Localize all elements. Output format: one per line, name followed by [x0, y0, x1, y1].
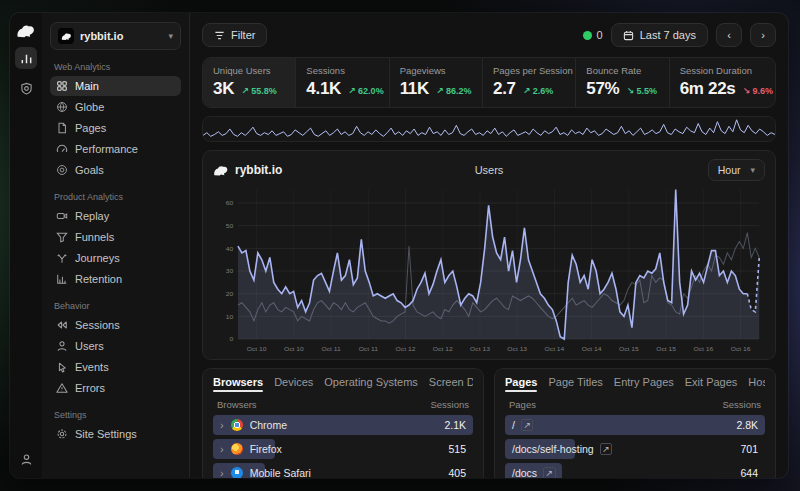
stats-card: Unique Users 3K ↗ 55.8% Sessions 4.1K ↗ … [202, 57, 776, 108]
tab-browsers[interactable]: Browsers [213, 377, 263, 392]
tab-hostnames[interactable]: Hostnames [748, 377, 765, 392]
chevron-right-icon: › [220, 443, 224, 455]
sidebar-item-retention[interactable]: Retention [50, 269, 181, 289]
external-link-icon[interactable]: ↗ [521, 419, 534, 431]
svg-text:30: 30 [226, 268, 234, 275]
rail-analytics-button[interactable] [15, 47, 37, 69]
next-period-button[interactable]: › [750, 23, 776, 47]
table-row-docs-self-hosting[interactable]: /docs/self-hosting ↗ 701 [505, 439, 765, 459]
sidebar-item-sessions[interactable]: Sessions [50, 315, 181, 335]
bar-chart-icon [20, 52, 33, 65]
trend-arrow-icon: ↗ [241, 86, 249, 96]
tab-screen-dimensions[interactable]: Screen Dimensions [429, 377, 473, 392]
retention-chart-icon [56, 273, 68, 285]
svg-text:Oct 14: Oct 14 [545, 345, 565, 352]
external-link-icon[interactable]: ↗ [543, 467, 556, 478]
funnel-icon [56, 231, 68, 243]
stat-label: Bounce Rate [586, 65, 658, 76]
tab-exit-pages[interactable]: Exit Pages [685, 377, 738, 392]
sidebar-item-label: Funnels [75, 231, 114, 243]
users-chart-card: Users rybbit.io Hour ▾ 0102030405060Oct … [202, 150, 776, 360]
stat-sessions[interactable]: Sessions 4.1K ↗ 62.0% [296, 58, 389, 107]
trend-arrow-icon: ↗ [523, 86, 531, 96]
stat-value: 4.1K [306, 79, 341, 99]
sidebar-item-globe[interactable]: Globe [50, 97, 181, 117]
sidebar-item-label: Performance [75, 143, 138, 155]
stat-pageviews[interactable]: Pageviews 11K ↗ 86.2% [390, 58, 483, 107]
stat-value: 57% [586, 79, 619, 99]
sidebar-item-site-settings[interactable]: Site Settings [50, 424, 181, 444]
sidebar-item-funnels[interactable]: Funnels [50, 227, 181, 247]
row-label: /docs [512, 467, 537, 478]
sidebar-item-main[interactable]: Main [50, 76, 181, 96]
stat-value: 6m 22s [680, 79, 736, 99]
stat-value: 3K [213, 79, 234, 99]
table-row-chrome[interactable]: › Chrome 2.1K [213, 415, 473, 435]
external-link-icon[interactable]: ↗ [600, 443, 613, 455]
sidebar-item-label: Sessions [75, 319, 120, 331]
stat-unique-users[interactable]: Unique Users 3K ↗ 55.8% [203, 58, 296, 107]
interval-value: Hour [718, 164, 741, 176]
stat-bounce-rate[interactable]: Bounce Rate 57% ↘ 5.5% [576, 58, 669, 107]
firefox-icon [231, 443, 243, 455]
tab-page-titles[interactable]: Page Titles [548, 377, 602, 392]
date-range-button[interactable]: Last 7 days [611, 23, 708, 47]
stat-change: ↗ 62.0% [348, 86, 384, 96]
sidebar-item-label: Errors [75, 382, 105, 394]
sparkline-chart [203, 117, 775, 141]
row-label: / [512, 419, 515, 431]
filter-button[interactable]: Filter [202, 23, 267, 47]
warning-triangle-icon [56, 382, 68, 394]
sidebar-item-performance[interactable]: Performance [50, 139, 181, 159]
table-row-root[interactable]: / ↗ 2.8K [505, 415, 765, 435]
icon-rail [10, 13, 42, 478]
interval-select[interactable]: Hour ▾ [708, 159, 765, 181]
svg-text:Oct 15: Oct 15 [619, 345, 639, 352]
site-selector[interactable]: rybbit.io ▾ [50, 22, 181, 50]
table-row-mobile-safari[interactable]: › Mobile Safari 405 [213, 463, 473, 478]
stat-pages-per-session[interactable]: Pages per Session 2.7 ↗ 2.6% [483, 58, 576, 107]
svg-text:10: 10 [226, 313, 234, 320]
sidebar-item-replay[interactable]: Replay [50, 206, 181, 226]
sidebar-item-users[interactable]: Users [50, 336, 181, 356]
tab-pages[interactable]: Pages [505, 377, 537, 392]
rail-security-button[interactable] [15, 77, 37, 99]
tab-entry-pages[interactable]: Entry Pages [614, 377, 674, 392]
row-bar [505, 415, 765, 435]
tab-devices[interactable]: Devices [274, 377, 313, 392]
stat-session-duration[interactable]: Session Duration 6m 22s ↘ 9.6% [670, 58, 775, 107]
browsers-columns: Browsers Sessions [213, 396, 473, 415]
target-icon [56, 164, 68, 176]
trend-arrow-icon: ↘ [743, 86, 751, 96]
rail-account-button[interactable] [15, 448, 37, 470]
tab-operating-systems[interactable]: Operating Systems [324, 377, 418, 392]
prev-period-button[interactable]: ‹ [716, 23, 742, 47]
sidebar-item-journeys[interactable]: Journeys [50, 248, 181, 268]
file-icon [56, 122, 68, 134]
users-line-chart[interactable]: 0102030405060Oct 10Oct 10Oct 11Oct 11Oct… [213, 185, 765, 355]
sidebar-item-errors[interactable]: Errors [50, 378, 181, 398]
svg-text:60: 60 [226, 199, 234, 206]
sidebar-item-label: Journeys [75, 252, 120, 264]
table-row-firefox[interactable]: › Firefox 515 [213, 439, 473, 459]
stat-label: Unique Users [213, 65, 285, 76]
stat-label: Pages per Session [493, 65, 565, 76]
table-row-docs[interactable]: /docs ↗ 644 [505, 463, 765, 478]
app-window: rybbit.io ▾ Web Analytics Main Globe Pag… [10, 13, 788, 478]
user-icon [56, 340, 68, 352]
svg-text:0: 0 [229, 336, 233, 343]
filter-label: Filter [231, 29, 255, 41]
stat-change: ↗ 2.6% [523, 86, 554, 96]
section-title-web-analytics: Web Analytics [54, 62, 177, 72]
stat-label: Sessions [306, 65, 378, 76]
stat-change: ↘ 9.6% [743, 86, 774, 96]
row-value: 2.8K [736, 419, 758, 431]
sidebar-item-pages[interactable]: Pages [50, 118, 181, 138]
svg-text:Oct 13: Oct 13 [470, 345, 490, 352]
trend-arrow-icon: ↗ [348, 86, 356, 96]
section-title-product-analytics: Product Analytics [54, 192, 177, 202]
sidebar-item-goals[interactable]: Goals [50, 160, 181, 180]
svg-text:Oct 12: Oct 12 [433, 345, 453, 352]
sidebar-item-events[interactable]: Events [50, 357, 181, 377]
date-range-label: Last 7 days [640, 29, 696, 41]
